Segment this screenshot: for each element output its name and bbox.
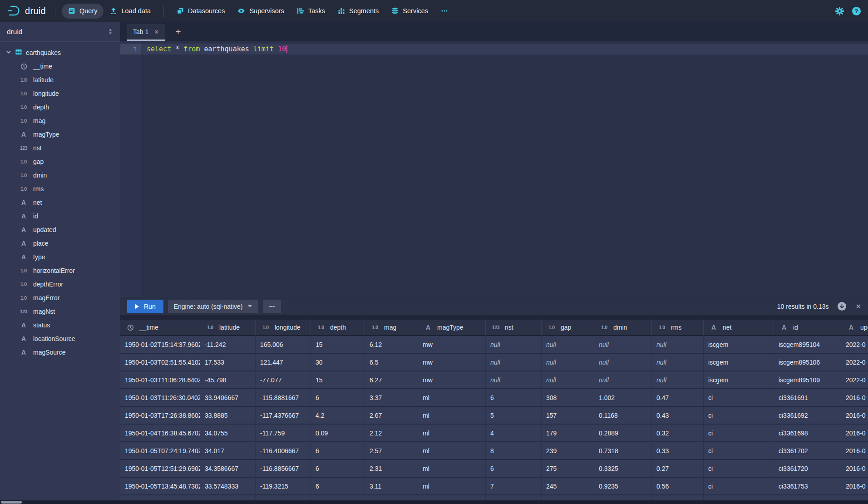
engine-select[interactable]: Engine: auto (sql-native) (168, 300, 259, 313)
cell-nst[interactable]: 5 (486, 407, 542, 425)
cell-latitude[interactable]: 34.0755 (200, 425, 256, 442)
cell-depth[interactable]: 15 (311, 336, 365, 354)
sidebar-column-rms[interactable]: 1.0rms (0, 182, 120, 196)
cell-updated[interactable]: 2016-0 (841, 460, 868, 478)
sidebar-column-horizontalError[interactable]: 1.0horizontalError (0, 264, 120, 277)
cell-magType[interactable]: mw (418, 354, 486, 371)
run-button[interactable]: Run (127, 300, 163, 313)
nav-item-datasources[interactable]: Datasources (170, 4, 231, 19)
new-tab-button[interactable]: + (172, 27, 184, 36)
nav-more-button[interactable] (434, 4, 454, 19)
cell-gap[interactable]: null (542, 336, 594, 354)
nav-item-services[interactable]: Services (385, 4, 434, 19)
cell-latitude[interactable]: 33.9406667 (200, 389, 256, 407)
cell-mag[interactable]: 6.5 (365, 354, 418, 371)
cell-magType[interactable]: ml (418, 478, 486, 495)
sidebar-column-status[interactable]: Astatus (0, 318, 120, 332)
cell-nst[interactable]: 6 (486, 460, 542, 478)
cell-dmin[interactable]: 0.9235 (594, 478, 652, 495)
cell-gap[interactable]: 308 (542, 389, 594, 407)
cell-latitude[interactable]: 33.5748333 (200, 478, 256, 495)
column-header-latitude[interactable]: 1.0latitude (200, 320, 256, 336)
cell-id[interactable]: ci3361753 (774, 478, 841, 495)
cell-rms[interactable]: 0.56 (652, 478, 704, 495)
cell-dmin[interactable]: null (594, 354, 652, 371)
cell-longitude[interactable]: -117.4376667 (256, 407, 311, 425)
sidebar-column-updated[interactable]: Aupdated (0, 223, 120, 237)
cell-latitude[interactable]: 33.8885 (200, 407, 256, 425)
cell-mag[interactable]: 3.37 (365, 389, 418, 407)
cell-mag[interactable]: 3.11 (365, 478, 418, 495)
cell-gap[interactable]: 239 (542, 442, 594, 460)
column-header-nst[interactable]: 123nst (486, 320, 542, 336)
cell-updated[interactable]: 2016-0 (841, 425, 868, 442)
column-header-__time[interactable]: __time (120, 320, 200, 336)
cell-latitude[interactable]: 34.017 (200, 442, 256, 460)
cell-latitude[interactable]: -45.798 (200, 371, 256, 389)
cell-__time[interactable]: 1950-01-05T13:45:48.730Z (120, 478, 200, 495)
cell-__time[interactable]: 1950-01-05T12:51:29.690Z (120, 460, 200, 478)
cell-__time[interactable]: 1950-01-03T11:26:30.040Z (120, 389, 200, 407)
sidebar-column-locationSource[interactable]: AlocationSource (0, 332, 120, 346)
nav-item-supervisors[interactable]: Supervisors (231, 4, 291, 19)
cell-updated[interactable]: 2022-0 (841, 354, 868, 371)
tab-close-icon[interactable]: ✕ (154, 29, 159, 35)
cell-longitude[interactable]: -77.077 (256, 371, 311, 389)
cell-id[interactable]: ci3361692 (774, 407, 841, 425)
cell-__time[interactable]: 1950-01-02T15:14:37.960Z (120, 336, 200, 354)
cell-magType[interactable]: ml (418, 389, 486, 407)
sidebar-column-magNst[interactable]: 123magNst (0, 305, 120, 318)
query-more-button[interactable] (263, 300, 281, 313)
column-header-id[interactable]: Aid (774, 320, 841, 336)
nav-item-tasks[interactable]: Tasks (291, 4, 331, 19)
cell-depth[interactable]: 6 (311, 460, 365, 478)
cell-dmin[interactable]: 0.7318 (594, 442, 652, 460)
cell-updated[interactable]: 2022-0 (841, 336, 868, 354)
cell-mag[interactable]: 6.27 (365, 371, 418, 389)
cell-dmin[interactable]: 1.002 (594, 389, 652, 407)
cell-depth[interactable]: 6 (311, 389, 365, 407)
cell-__time[interactable]: 1950-01-05T07:24:19.740Z (120, 442, 200, 460)
cell-id[interactable]: iscgem895104 (774, 336, 841, 354)
column-header-gap[interactable]: 1.0gap (542, 320, 594, 336)
cell-depth[interactable]: 6 (311, 442, 365, 460)
cell-mag[interactable]: 2.12 (365, 425, 418, 442)
cell-rms[interactable]: 0.27 (652, 460, 704, 478)
cell-dmin[interactable]: 0.1168 (594, 407, 652, 425)
column-header-dmin[interactable]: 1.0dmin (594, 320, 652, 336)
cell-rms[interactable]: 0.33 (652, 442, 704, 460)
column-header-net[interactable]: Anet (704, 320, 774, 336)
cell-dmin[interactable]: 0.2889 (594, 425, 652, 442)
cell-gap[interactable]: null (542, 371, 594, 389)
sidebar-column-id[interactable]: Aid (0, 209, 120, 223)
cell-rms[interactable]: 0.43 (652, 407, 704, 425)
column-header-longitude[interactable]: 1.0longitude (256, 320, 311, 336)
sidebar-column-nst[interactable]: 123nst (0, 141, 120, 155)
cell-longitude[interactable]: 121.447 (256, 354, 311, 371)
cell-magType[interactable]: mw (418, 336, 486, 354)
sidebar-column-mag[interactable]: 1.0mag (0, 114, 120, 128)
sql-editor[interactable]: 1 select * from earthquakes limit 10 (120, 41, 868, 297)
cell-depth[interactable]: 6 (311, 478, 365, 495)
sidebar-column-net[interactable]: Anet (0, 196, 120, 209)
help-icon[interactable]: ? (852, 7, 861, 15)
cell-nst[interactable]: 7 (486, 478, 542, 495)
cell-id[interactable]: ci3361698 (774, 425, 841, 442)
horizontal-scrollbar-thumb[interactable] (1, 501, 22, 504)
sidebar-column-depth[interactable]: 1.0depth (0, 100, 120, 114)
close-results-icon[interactable]: ✕ (855, 302, 861, 311)
cell-__time[interactable]: 1950-01-04T16:38:45.670Z (120, 425, 200, 442)
cell-rms[interactable]: null (652, 354, 704, 371)
cell-updated[interactable]: 2016-0 (841, 442, 868, 460)
cell-latitude[interactable]: -11.242 (200, 336, 256, 354)
cell-nst[interactable]: null (486, 371, 542, 389)
sidebar-column-longitude[interactable]: 1.0longitude (0, 87, 120, 100)
cell-depth[interactable]: 0.09 (311, 425, 365, 442)
cell-gap[interactable]: 179 (542, 425, 594, 442)
cell-nst[interactable]: 4 (486, 425, 542, 442)
cell-mag[interactable]: 2.31 (365, 460, 418, 478)
cell-rms[interactable]: 0.32 (652, 425, 704, 442)
sidebar-column-depthError[interactable]: 1.0depthError (0, 277, 120, 291)
cell-updated[interactable]: 2022-0 (841, 371, 868, 389)
nav-item-load-data[interactable]: Load data (104, 4, 157, 19)
